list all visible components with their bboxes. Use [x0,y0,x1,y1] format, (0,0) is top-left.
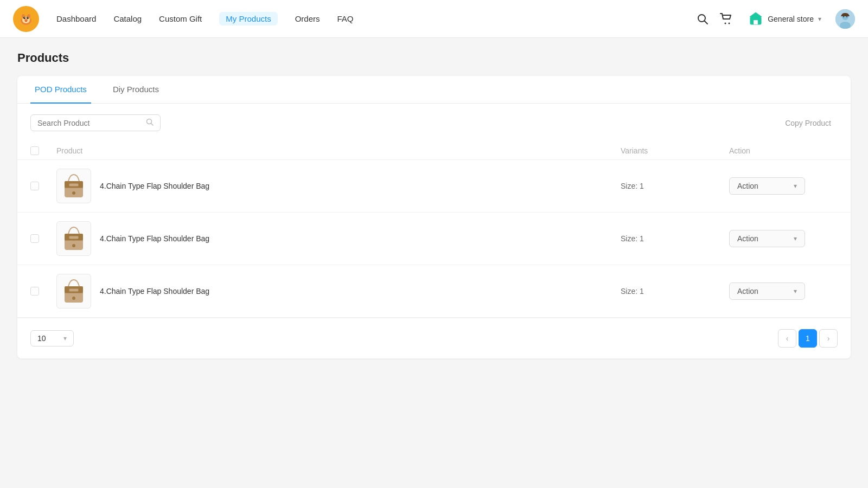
svg-point-15 [725,22,726,24]
per-page-value: 10 [37,334,46,343]
row-3-variants: Size: 1 [621,287,729,296]
nav-faq[interactable]: FAQ [337,12,353,25]
row-3-action-cell: Action ▾ [729,282,838,300]
svg-rect-28 [69,183,79,187]
row-2-variants: Size: 1 [621,234,729,243]
svg-line-25 [151,124,154,126]
tabs-bar: POD Products Diy Products [17,76,851,104]
store-selector[interactable]: General store ▾ [743,8,827,30]
row-1-checkbox-cell [30,182,56,190]
row-2-product-cell: 4.Chain Type Flap Shoulder Bag [56,221,621,256]
nav-custom-gift[interactable]: Custom Gift [159,12,202,25]
row-1-chevron-icon: ▾ [794,182,797,190]
store-name: General store [768,15,814,23]
table-header: Product Variants Action [17,142,851,160]
tab-pod-products[interactable]: POD Products [30,76,91,104]
svg-point-7 [23,17,25,19]
row-2-action-label: Action [737,234,758,243]
row-2-action-cell: Action ▾ [729,230,838,247]
svg-point-9 [24,17,25,17]
row-1-product-name: 4.Chain Type Flap Shoulder Bag [100,182,209,190]
svg-point-22 [843,16,844,17]
svg-point-23 [846,16,847,17]
user-avatar[interactable] [835,9,855,29]
tab-diy-products[interactable]: Diy Products [108,76,163,104]
svg-point-12 [25,20,27,21]
search-input[interactable] [37,119,143,127]
svg-rect-18 [754,20,758,24]
table-row: 4.Chain Type Flap Shoulder Bag Size: 1 A… [17,265,851,318]
row-3-product-cell: 4.Chain Type Flap Shoulder Bag [56,274,621,309]
svg-rect-34 [69,236,79,239]
table-row: 4.Chain Type Flap Shoulder Bag Size: 1 A… [17,160,851,213]
row-3-checkbox[interactable] [30,287,39,296]
pagination-controls: ‹ 1 › [778,329,838,348]
row-1-action-dropdown[interactable]: Action ▾ [729,177,805,195]
store-dropdown-icon: ▾ [818,15,821,23]
nav-dashboard[interactable]: Dashboard [56,12,96,25]
select-all-checkbox[interactable] [30,146,39,155]
main-nav: Dashboard Catalog Custom Gift My Product… [56,12,695,25]
per-page-chevron: ▾ [63,335,67,342]
header-action: Action [729,146,838,155]
row-2-action-dropdown[interactable]: Action ▾ [729,230,805,247]
nav-orders[interactable]: Orders [295,12,320,25]
row-3-product-image [56,274,91,309]
header-right: General store ▾ [695,8,855,30]
logo[interactable] [13,6,39,32]
pagination-bar: 10 ▾ ‹ 1 › [17,318,851,358]
row-2-product-image [56,221,91,256]
row-3-chevron-icon: ▾ [794,287,797,295]
table-row: 4.Chain Type Flap Shoulder Bag Size: 1 A… [17,213,851,265]
svg-point-43 [72,297,75,300]
svg-point-8 [27,17,29,19]
row-3-action-dropdown[interactable]: Action ▾ [729,282,805,300]
header-product: Product [56,146,621,155]
page-1-button[interactable]: 1 [799,329,817,348]
row-1-product-image [56,169,91,203]
next-page-button[interactable]: › [819,329,838,348]
svg-point-16 [729,22,730,24]
search-box[interactable] [30,114,161,131]
row-2-product-name: 4.Chain Type Flap Shoulder Bag [100,234,209,243]
main-content: Products POD Products Diy Products Copy … [0,38,868,488]
row-3-product-name: 4.Chain Type Flap Shoulder Bag [100,287,209,296]
search-icon-small [146,118,154,127]
header: Dashboard Catalog Custom Gift My Product… [0,0,868,38]
row-1-action-label: Action [737,182,758,190]
row-2-chevron-icon: ▾ [794,235,797,242]
copy-product-button[interactable]: Copy Product [778,115,838,131]
row-2-checkbox-cell [30,234,56,243]
row-2-checkbox[interactable] [30,234,39,243]
nav-catalog[interactable]: Catalog [113,12,142,25]
row-1-variants: Size: 1 [621,182,729,190]
row-3-action-label: Action [737,287,758,296]
search-icon[interactable] [695,11,710,27]
row-1-product-cell: 4.Chain Type Flap Shoulder Bag [56,169,621,203]
nav-my-products[interactable]: My Products [219,12,277,25]
svg-point-37 [72,244,75,247]
svg-rect-40 [69,288,79,292]
row-1-action-cell: Action ▾ [729,177,838,195]
cart-icon[interactable] [719,11,734,27]
svg-line-14 [705,21,708,24]
toolbar: Copy Product [17,104,851,142]
per-page-select[interactable]: 10 ▾ [30,330,74,346]
prev-page-button[interactable]: ‹ [778,329,796,348]
products-card: POD Products Diy Products Copy Product [17,76,851,358]
svg-point-31 [72,191,75,195]
header-variants: Variants [621,146,729,155]
svg-point-10 [28,17,28,17]
row-3-checkbox-cell [30,287,56,296]
row-1-checkbox[interactable] [30,182,39,190]
page-title: Products [17,51,851,65]
header-checkbox-cell [30,146,56,155]
